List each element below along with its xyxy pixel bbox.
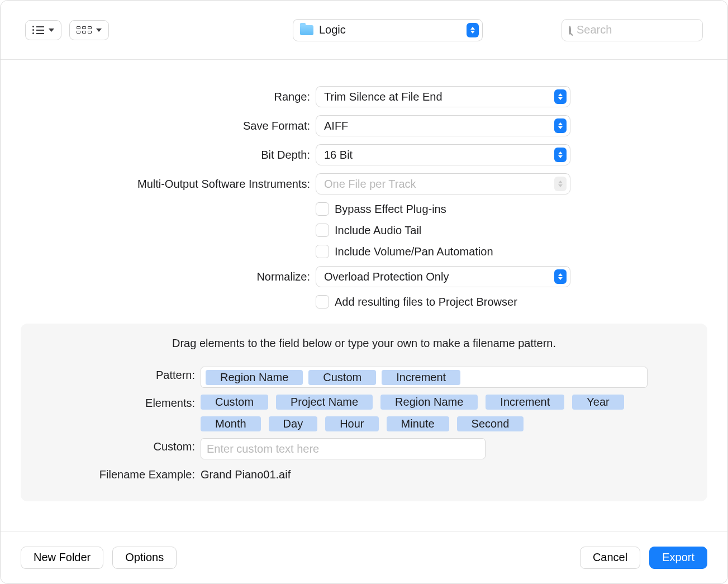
save-format-value: AIFF xyxy=(324,120,348,132)
element-token[interactable]: Day xyxy=(269,416,318,431)
list-icon xyxy=(32,26,44,34)
element-token[interactable]: Month xyxy=(201,416,261,431)
dialog-body: Range: Trim Silence at File End Save For… xyxy=(1,60,727,531)
new-folder-button[interactable]: New Folder xyxy=(21,547,103,569)
pattern-label: Pattern: xyxy=(32,367,201,382)
pattern-input[interactable]: Region NameCustomIncrement xyxy=(201,367,648,388)
filename-example-value: Grand Piano01.aif xyxy=(201,466,648,481)
export-button[interactable]: Export xyxy=(649,547,707,569)
pattern-token[interactable]: Custom xyxy=(308,370,376,385)
element-token[interactable]: Second xyxy=(457,416,524,431)
save-format-select[interactable]: AIFF xyxy=(316,115,570,136)
select-stepper-icon xyxy=(554,148,567,162)
range-label: Range: xyxy=(1,91,316,103)
select-stepper-icon xyxy=(554,177,567,191)
include-vol-pan-checkbox[interactable] xyxy=(316,245,329,258)
pattern-hint: Drag elements to the field below or type… xyxy=(32,337,696,350)
bit-depth-label: Bit Depth: xyxy=(1,149,316,162)
chevron-down-icon xyxy=(49,29,54,32)
range-select[interactable]: Trim Silence at File End xyxy=(316,86,570,107)
bit-depth-select[interactable]: 16 Bit xyxy=(316,144,570,165)
grid-icon xyxy=(77,26,92,34)
include-audio-tail-label: Include Audio Tail xyxy=(335,224,421,237)
pattern-token[interactable]: Increment xyxy=(382,370,460,385)
export-dialog: Logic Range: Trim Silence at File End Sa… xyxy=(0,0,728,584)
bypass-effects-checkbox[interactable] xyxy=(316,202,329,216)
select-stepper-icon xyxy=(554,118,567,133)
select-stepper-icon xyxy=(554,89,567,104)
save-format-label: Save Format: xyxy=(1,120,316,132)
custom-label: Custom: xyxy=(32,438,201,453)
filename-pattern-panel: Drag elements to the field below or type… xyxy=(21,324,707,501)
cancel-button[interactable]: Cancel xyxy=(580,547,640,569)
bit-depth-value: 16 Bit xyxy=(324,149,353,162)
include-vol-pan-label: Include Volume/Pan Automation xyxy=(335,245,493,258)
multi-output-select: One File per Track xyxy=(316,173,570,194)
folder-select[interactable]: Logic xyxy=(293,19,483,41)
toolbar: Logic xyxy=(1,1,727,60)
element-token[interactable]: Region Name xyxy=(380,395,478,410)
add-to-project-browser-checkbox[interactable] xyxy=(316,295,329,308)
elements-row: CustomProject NameRegion NameIncrementYe… xyxy=(201,395,648,431)
dialog-footer: New Folder Options Cancel Export xyxy=(1,531,727,583)
normalize-label: Normalize: xyxy=(1,270,316,283)
multi-output-label: Multi-Output Software Instruments: xyxy=(1,178,316,191)
element-token[interactable]: Increment xyxy=(486,395,564,410)
search-field[interactable] xyxy=(562,19,703,41)
element-token[interactable]: Minute xyxy=(387,416,449,431)
view-list-button[interactable] xyxy=(25,20,61,40)
options-button[interactable]: Options xyxy=(112,547,177,569)
element-token[interactable]: Hour xyxy=(325,416,378,431)
select-stepper-icon xyxy=(467,23,479,37)
bypass-effects-label: Bypass Effect Plug-ins xyxy=(335,203,446,216)
chevron-down-icon xyxy=(96,29,102,32)
element-token[interactable]: Year xyxy=(572,395,624,410)
filename-example-label: Filename Example: xyxy=(32,466,201,481)
folder-label: Logic xyxy=(319,23,346,36)
toolbar-view-controls xyxy=(25,20,109,40)
multi-output-value: One File per Track xyxy=(324,178,416,191)
element-token[interactable]: Project Name xyxy=(276,395,373,410)
folder-icon xyxy=(300,25,313,35)
search-input[interactable] xyxy=(575,23,719,37)
range-value: Trim Silence at File End xyxy=(324,91,442,103)
elements-label: Elements: xyxy=(32,395,201,410)
custom-text-input[interactable] xyxy=(201,438,486,459)
normalize-value: Overload Protection Only xyxy=(324,270,449,283)
select-stepper-icon xyxy=(554,269,567,284)
normalize-select[interactable]: Overload Protection Only xyxy=(316,266,570,287)
view-grid-button[interactable] xyxy=(69,20,109,40)
pattern-token[interactable]: Region Name xyxy=(206,370,303,385)
add-to-project-browser-label: Add resulting files to Project Browser xyxy=(335,296,517,308)
search-icon xyxy=(569,26,571,35)
include-audio-tail-checkbox[interactable] xyxy=(316,224,329,237)
element-token[interactable]: Custom xyxy=(201,395,268,410)
